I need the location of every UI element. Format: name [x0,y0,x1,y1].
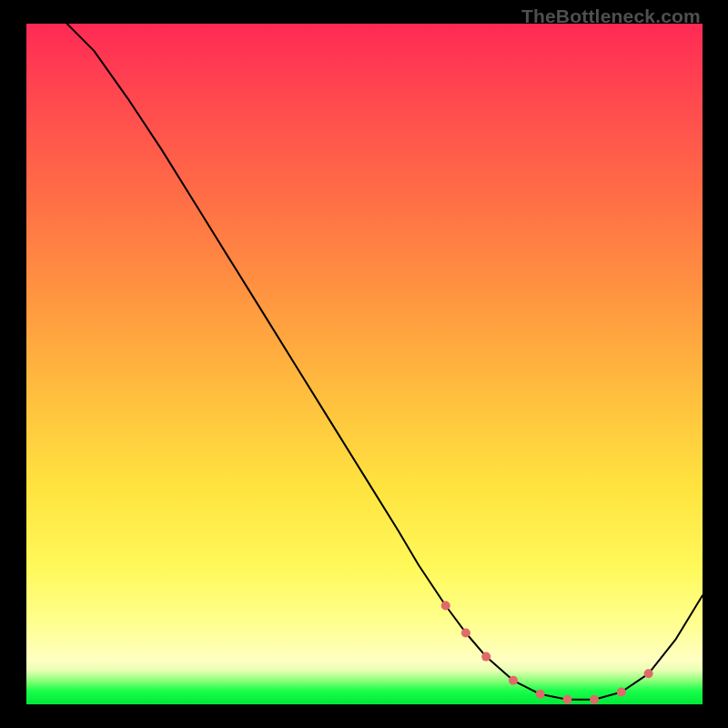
curve-dot [536,690,545,699]
curve-dot [617,688,626,697]
chart-svg [26,24,703,704]
curve-dot [509,676,518,685]
curve-dot [590,695,599,704]
curve-dot [481,652,490,662]
chart-frame: TheBottleneck.com [0,0,728,728]
curve-path [67,24,703,700]
curve-dot [441,602,450,611]
curve-dot [644,669,653,678]
watermark-text: TheBottleneck.com [521,5,701,27]
curve-dot [461,629,470,638]
curve-dot [562,695,571,704]
